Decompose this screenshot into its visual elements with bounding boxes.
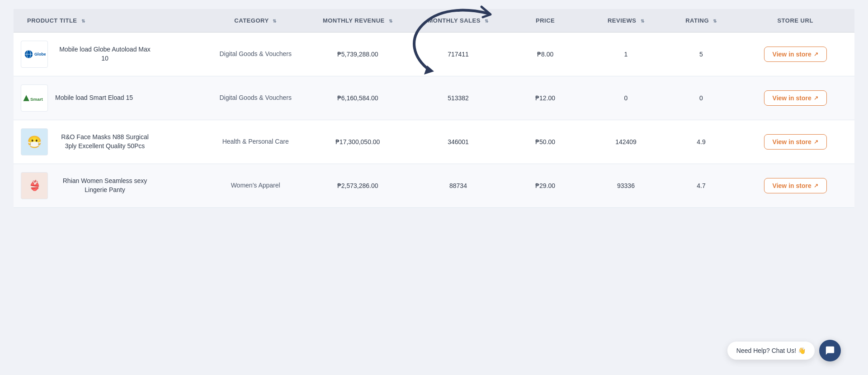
product-monthly-revenue: ₱5,739,288.00 xyxy=(304,33,411,76)
col-header-product-title[interactable]: PRODUCT TITLE ⇅ xyxy=(14,9,207,33)
product-monthly-revenue: ₱6,160,584.00 xyxy=(304,76,411,120)
sort-arrows-rating: ⇅ xyxy=(713,19,717,23)
sort-arrows-product: ⇅ xyxy=(81,19,85,23)
product-monthly-sales: 346001 xyxy=(411,120,505,164)
table-row: Smart Mobile load Smart Eload 15 Digital… xyxy=(14,76,854,120)
product-store-url: View in store ↗ xyxy=(736,76,854,120)
product-cell: Smart Mobile load Smart Eload 15 xyxy=(14,76,207,120)
view-in-store-button[interactable]: View in store ↗ xyxy=(764,90,827,106)
product-logo: Smart xyxy=(21,84,48,112)
sort-arrows-monthly-revenue: ⇅ xyxy=(389,19,393,23)
product-category: Women's Apparel xyxy=(207,164,304,208)
product-reviews: 0 xyxy=(585,76,666,120)
product-rating: 0 xyxy=(666,76,736,120)
product-title: Mobile load Smart Eload 15 xyxy=(55,94,133,103)
product-price: ₱12.00 xyxy=(505,76,585,120)
product-cell: 👙 Rhian Women Seamless sexy Lingerie Pan… xyxy=(14,164,207,208)
product-category: Digital Goods & Vouchers xyxy=(207,33,304,76)
col-header-price[interactable]: PRICE xyxy=(505,9,585,33)
product-logo: Globe xyxy=(21,41,48,68)
product-store-url: View in store ↗ xyxy=(736,33,854,76)
table-row: Globe Mobile load Globe Autoload Max 10 … xyxy=(14,33,854,76)
view-in-store-button[interactable]: View in store ↗ xyxy=(764,178,827,193)
product-reviews: 1 xyxy=(585,33,666,76)
product-reviews: 93336 xyxy=(585,164,666,208)
product-price: ₱8.00 xyxy=(505,33,585,76)
view-in-store-button[interactable]: View in store ↗ xyxy=(764,134,827,150)
product-rating: 5 xyxy=(666,33,736,76)
svg-text:Globe: Globe xyxy=(34,52,46,56)
external-link-icon: ↗ xyxy=(814,95,818,101)
view-in-store-button[interactable]: View in store ↗ xyxy=(764,47,827,62)
product-title: Rhian Women Seamless sexy Lingerie Panty xyxy=(55,177,155,194)
svg-marker-6 xyxy=(23,95,29,101)
col-header-category[interactable]: CATEGORY ⇅ xyxy=(207,9,304,33)
col-header-monthly-revenue[interactable]: MONTHLY REVENUE ⇅ xyxy=(304,9,411,33)
product-logo: 👙 xyxy=(21,172,48,199)
product-reviews: 142409 xyxy=(585,120,666,164)
products-table: PRODUCT TITLE ⇅ CATEGORY ⇅ MONTHLY REVEN… xyxy=(14,9,854,208)
product-rating: 4.9 xyxy=(666,120,736,164)
svg-text:Smart: Smart xyxy=(30,97,43,102)
product-rating: 4.7 xyxy=(666,164,736,208)
product-monthly-revenue: ₱17,300,050.00 xyxy=(304,120,411,164)
table-header-row: PRODUCT TITLE ⇅ CATEGORY ⇅ MONTHLY REVEN… xyxy=(14,9,854,33)
col-header-rating[interactable]: RATING ⇅ xyxy=(666,9,736,33)
product-cell: Globe Mobile load Globe Autoload Max 10 xyxy=(14,33,207,76)
product-monthly-sales: 717411 xyxy=(411,33,505,76)
product-cell: 😷 R&O Face Masks N88 Surgical 3ply Excel… xyxy=(14,120,207,164)
external-link-icon: ↗ xyxy=(814,183,818,189)
product-price: ₱50.00 xyxy=(505,120,585,164)
col-header-reviews[interactable]: REVIEWS ⇅ xyxy=(585,9,666,33)
sort-arrows-category: ⇅ xyxy=(273,19,277,23)
product-price: ₱29.00 xyxy=(505,164,585,208)
product-title: R&O Face Masks N88 Surgical 3ply Excelle… xyxy=(55,133,155,150)
sort-arrows-monthly-sales: ⇅ xyxy=(485,19,489,23)
col-header-store-url: STORE URL xyxy=(736,9,854,33)
product-monthly-revenue: ₱2,573,286.00 xyxy=(304,164,411,208)
main-container: PRODUCT TITLE ⇅ CATEGORY ⇅ MONTHLY REVEN… xyxy=(0,0,868,217)
col-header-monthly-sales[interactable]: MONTHLY SALES ⇅ xyxy=(411,9,505,33)
external-link-icon: ↗ xyxy=(814,139,818,145)
chat-icon xyxy=(825,346,835,356)
external-link-icon: ↗ xyxy=(814,51,818,57)
product-store-url: View in store ↗ xyxy=(736,164,854,208)
chat-bubble: Need Help? Chat Us! 👋 xyxy=(727,342,815,360)
product-logo: 😷 xyxy=(21,128,48,155)
sort-arrows-reviews: ⇅ xyxy=(641,19,645,23)
table-row: 😷 R&O Face Masks N88 Surgical 3ply Excel… xyxy=(14,120,854,164)
product-category: Digital Goods & Vouchers xyxy=(207,76,304,120)
product-title: Mobile load Globe Autoload Max 10 xyxy=(55,45,155,63)
product-category: Health & Personal Care xyxy=(207,120,304,164)
product-store-url: View in store ↗ xyxy=(736,120,854,164)
product-monthly-sales: 513382 xyxy=(411,76,505,120)
chat-button[interactable] xyxy=(819,340,841,361)
product-monthly-sales: 88734 xyxy=(411,164,505,208)
chat-widget: Need Help? Chat Us! 👋 xyxy=(727,340,841,361)
table-row: 👙 Rhian Women Seamless sexy Lingerie Pan… xyxy=(14,164,854,208)
